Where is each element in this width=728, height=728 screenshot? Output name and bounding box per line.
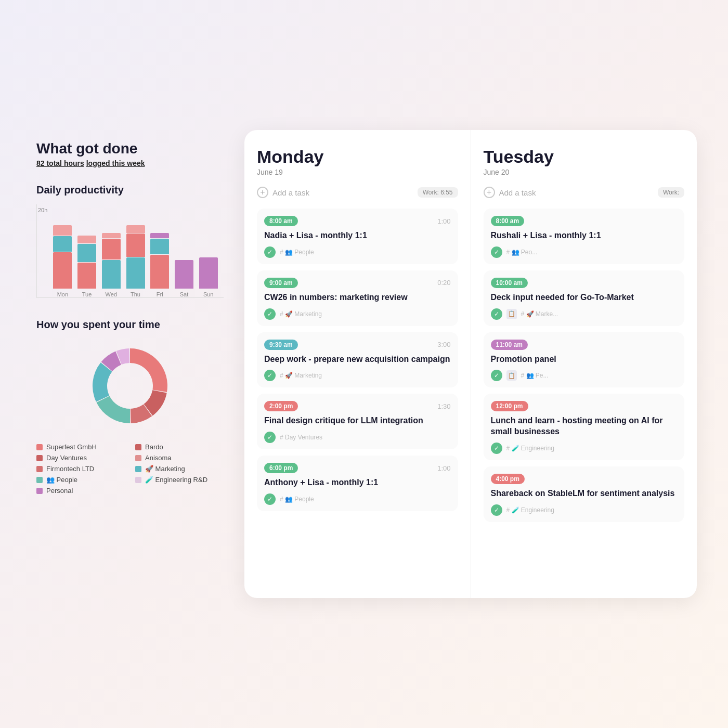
check-icon: ✓	[264, 246, 276, 258]
monday-add-task-label: Add a task	[272, 188, 309, 197]
task-footer: ✓# Day Ventures	[264, 432, 451, 443]
hours-suffix: logged this week	[86, 159, 145, 167]
bar-segment	[150, 233, 169, 238]
task-card[interactable]: 9:00 am0:20CW26 in numbers: marketing re…	[257, 270, 458, 326]
monday-tasks: 8:00 am1:00Nadia + Lisa - monthly 1:1✓# …	[257, 209, 458, 511]
bar-group-tue: Tue	[77, 236, 97, 297]
task-card[interactable]: 9:30 am3:00Deep work - prepare new acqui…	[257, 332, 458, 388]
task-small-icon: 📋	[506, 309, 517, 319]
task-title: Nadia + Lisa - monthly 1:1	[264, 230, 451, 241]
legend-dot	[36, 466, 43, 472]
calendar-panel: Monday June 19 + Add a task Work: 6:55 8…	[244, 130, 697, 598]
tuesday-tasks: 8:00 amRushali + Lisa - monthly 1:1✓# 👥 …	[484, 209, 685, 522]
check-icon: ✓	[491, 504, 502, 516]
task-card[interactable]: 4:00 pmShareback on StableLM for sentime…	[484, 466, 685, 522]
task-card[interactable]: 12:00 pmLunch and learn - hosting meetin…	[484, 394, 685, 460]
bar-chart-section: Daily productivity 20h MonTueWedThuFriSa…	[36, 184, 224, 298]
bar-group-wed: Wed	[101, 233, 121, 297]
time-section: How you spent your time Superfest GmbHBa…	[36, 319, 224, 495]
monday-add-task-button[interactable]: + Add a task	[257, 187, 309, 198]
monday-title: Monday	[257, 147, 458, 167]
bar-segment	[150, 255, 169, 289]
hours-subtitle: 82 total hours logged this week	[36, 159, 224, 167]
task-footer: ✓# 👥 People	[264, 493, 451, 505]
task-card[interactable]: 8:00 am1:00Nadia + Lisa - monthly 1:1✓# …	[257, 209, 458, 264]
task-header: 4:00 pm	[491, 474, 678, 484]
bar-label-mon: Mon	[57, 291, 68, 297]
legend-label: Bardo	[145, 443, 163, 451]
main-container: What got done 82 total hours logged this…	[31, 130, 697, 598]
bar-segment	[175, 260, 193, 289]
task-card[interactable]: 6:00 pm1:00Anthony + Lisa - monthly 1:1✓…	[257, 456, 458, 511]
bar-segment	[199, 257, 218, 289]
task-title: Lunch and learn - hosting meeting on AI …	[491, 415, 678, 437]
bar-segment	[102, 233, 121, 238]
time-badge: 11:00 am	[491, 340, 528, 350]
legend-label: Superfest GmbH	[46, 443, 97, 451]
task-duration: 1:00	[437, 217, 450, 225]
bar-segment	[77, 244, 96, 262]
task-card[interactable]: 8:00 amRushali + Lisa - monthly 1:1✓# 👥 …	[484, 209, 685, 264]
bar-segment	[77, 236, 96, 243]
bar-segment	[126, 233, 145, 257]
legend-dot	[36, 455, 43, 461]
monday-add-task-row: + Add a task Work: 6:55	[257, 187, 458, 198]
task-title: Promotion panel	[491, 354, 678, 365]
task-title: Rushali + Lisa - monthly 1:1	[491, 230, 678, 241]
bar-chart: 20h MonTueWedThuFriSatSun	[36, 204, 224, 298]
bar-group-thu: Thu	[125, 225, 146, 297]
task-title: CW26 in numbers: marketing review	[264, 292, 451, 303]
bar-label-wed: Wed	[106, 291, 117, 297]
task-footer: ✓# 🧪 Engineering	[491, 443, 678, 454]
check-icon: ✓	[491, 308, 502, 320]
time-badge: 9:30 am	[264, 340, 298, 350]
tuesday-add-task-button[interactable]: + Add a task	[484, 187, 536, 198]
legend-label: Personal	[46, 487, 73, 495]
task-tag: # 🧪 Engineering	[506, 506, 554, 514]
task-footer: ✓📋# 👥 Pe...	[491, 370, 678, 381]
time-badge: 2:00 pm	[264, 401, 298, 411]
legend-item: Superfest GmbH	[36, 443, 125, 451]
check-icon: ✓	[264, 432, 276, 443]
bar-group-mon: Mon	[53, 225, 73, 297]
legend-dot	[135, 477, 141, 483]
legend-item: 🚀 Marketing	[135, 465, 224, 473]
task-duration: 1:30	[437, 402, 450, 410]
donut-segment	[130, 348, 167, 392]
task-header: 9:30 am3:00	[264, 340, 451, 350]
task-small-icon: 📋	[506, 370, 517, 381]
bar-label-sat: Sat	[180, 291, 189, 297]
check-icon: ✓	[491, 370, 502, 381]
bar-label-tue: Tue	[82, 291, 92, 297]
tuesday-title: Tuesday	[484, 147, 685, 167]
time-badge: 9:00 am	[264, 278, 298, 288]
tuesday-add-task-row: + Add a task Work:	[484, 187, 685, 198]
bar-group-sun: Sun	[198, 257, 218, 297]
task-tag: # 🧪 Engineering	[506, 445, 554, 452]
legend-dot	[36, 444, 43, 450]
bar-segment	[126, 225, 145, 233]
task-tag: # 🚀 Marketing	[280, 372, 322, 379]
donut-svg	[83, 339, 177, 433]
check-icon: ✓	[264, 493, 276, 505]
task-card[interactable]: 11:00 amPromotion panel✓📋# 👥 Pe...	[484, 332, 685, 388]
task-title: Anthony + Lisa - monthly 1:1	[264, 477, 451, 488]
task-card[interactable]: 2:00 pm1:30Final design critique for LLM…	[257, 394, 458, 449]
bar-segment	[150, 239, 169, 254]
legend-label: Firmontech LTD	[46, 465, 94, 473]
legend-dot	[36, 488, 43, 494]
task-duration: 1:00	[437, 464, 450, 472]
tuesday-add-task-label: Add a task	[499, 188, 536, 197]
bar-label-fri: Fri	[157, 291, 163, 297]
bar-segment	[53, 236, 72, 252]
task-footer: ✓# 👥 Peo...	[491, 246, 678, 258]
legend-label: 👥 People	[46, 476, 77, 484]
hours-label: 82 total hours	[36, 159, 84, 167]
task-header: 6:00 pm1:00	[264, 463, 451, 473]
legend-dot	[135, 455, 141, 461]
donut-segment	[96, 396, 130, 423]
task-card[interactable]: 10:00 amDeck input needed for Go-To-Mark…	[484, 270, 685, 326]
chart-y-label: 20h	[38, 207, 47, 213]
task-duration: 0:20	[437, 279, 450, 287]
check-icon: ✓	[264, 370, 276, 381]
